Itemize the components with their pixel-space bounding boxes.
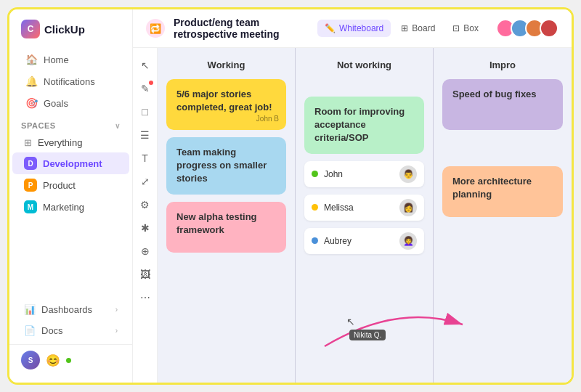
expand-icon: ›: [115, 306, 118, 314]
tab-board[interactable]: ⊞ Board: [394, 20, 442, 37]
collaborators: [500, 19, 558, 38]
box-icon: ⊡: [452, 23, 460, 33]
sticky-tool[interactable]: ☰: [135, 125, 155, 145]
nav-home[interactable]: 🏠 Home: [14, 49, 128, 70]
main-content: 🔁 Product/eng team retrospective meeting…: [133, 9, 572, 383]
meeting-icon: 🔁: [146, 19, 165, 38]
whiteboard-icon: ✏️: [325, 23, 336, 33]
user-avatar: S: [21, 351, 40, 369]
board-toolbar: ↖ ✎ □ ☰ T ⤢ ⚙ ✱ ⊕ 🖼 ⋯: [133, 48, 158, 383]
docs-item[interactable]: 📄 Docs ›: [12, 320, 129, 341]
image-tool[interactable]: 🖼: [135, 264, 155, 285]
marketing-dot: M: [24, 200, 37, 213]
space-product[interactable]: P Product: [12, 174, 129, 196]
user-status-dot: [66, 358, 71, 363]
space-development-label: Development: [43, 158, 102, 169]
space-marketing[interactable]: M Marketing: [12, 196, 129, 218]
user-face-icon: 😊: [46, 354, 60, 367]
docs-icon: 📄: [24, 325, 36, 336]
board-area: ↖ ✎ □ ☰ T ⤢ ⚙ ✱ ⊕ 🖼 ⋯ Working 5/6 major …: [133, 48, 572, 383]
board-icon: ⊞: [401, 23, 408, 33]
col-working-header: Working: [166, 55, 286, 72]
nav-notifications[interactable]: 🔔 Notifications: [14, 70, 128, 92]
aubrey-name: Aubrey: [324, 236, 352, 246]
meeting-title: Product/eng team retrospective meeting: [174, 17, 309, 40]
grid-icon: ⊞: [24, 137, 32, 148]
sidebar: C ClickUp 🏠 Home 🔔 Notifications 🎯 Goals…: [9, 9, 133, 383]
cursor-nikita: Nikita Q.: [349, 330, 386, 340]
aubrey-dot: [312, 237, 318, 244]
space-development[interactable]: D Development: [12, 152, 129, 174]
note-working-2[interactable]: Team making progress on smaller stories: [166, 137, 286, 195]
bell-icon: 🔔: [25, 75, 38, 87]
settings-tool[interactable]: ⚙: [135, 195, 155, 215]
note-working-3[interactable]: New alpha testing framework: [166, 202, 286, 253]
col-impro-header: Impro: [442, 55, 563, 72]
text-tool[interactable]: T: [135, 148, 155, 168]
person-aubrey[interactable]: Aubrey 👩‍🦱: [304, 228, 424, 254]
person-melissa[interactable]: Melissa 👩: [304, 195, 424, 221]
nav-goals[interactable]: 🎯 Goals: [14, 92, 128, 114]
user-bar: S 😊: [9, 344, 132, 375]
john-face: 👨: [399, 166, 417, 183]
cursor-nikita-container: ↖ Nikita Q.: [346, 316, 383, 340]
space-product-label: Product: [43, 180, 76, 191]
space-everything-label: Everything: [38, 137, 82, 148]
collab-avatar-4: [540, 19, 558, 38]
logo: C ClickUp: [9, 20, 132, 49]
more-tools[interactable]: ⋯: [135, 287, 155, 308]
melissa-name: Melissa: [324, 203, 354, 213]
product-dot: P: [24, 179, 37, 192]
shape-tool[interactable]: □: [135, 102, 155, 122]
app-window: C ClickUp 🏠 Home 🔔 Notifications 🎯 Goals…: [7, 7, 574, 385]
person-john[interactable]: John 👨: [304, 161, 424, 187]
space-everything[interactable]: ⊞ Everything: [12, 133, 129, 152]
note-impro-1[interactable]: Speed of bug fixes: [442, 79, 563, 130]
column-impro: Impro Speed of bug fixes More architectu…: [434, 48, 572, 383]
tab-box[interactable]: ⊡ Box: [445, 20, 486, 37]
note-impro-2[interactable]: More architecture planning: [442, 166, 563, 217]
note-working-1[interactable]: 5/6 major stories completed, great job! …: [166, 79, 286, 130]
cursor-tool[interactable]: ↖: [135, 55, 155, 75]
nav-goals-label: Goals: [44, 98, 68, 109]
logo-icon: C: [21, 20, 40, 38]
spaces-section: Spaces ∨: [9, 114, 132, 133]
goals-icon: 🎯: [25, 97, 38, 109]
pen-tool[interactable]: ✎: [135, 78, 155, 99]
tab-whiteboard[interactable]: ✏️ Whiteboard: [317, 20, 391, 37]
columns-container: Working 5/6 major stories completed, gre…: [158, 48, 572, 383]
col-notworking-header: Not working: [304, 55, 424, 72]
john-dot: [312, 171, 318, 177]
home-icon: 🏠: [25, 54, 38, 65]
column-not-working: Not working Andrew K. Room for improving…: [296, 48, 434, 383]
column-working: Working 5/6 major stories completed, gre…: [158, 48, 296, 383]
chevron-icon: ∨: [115, 122, 121, 130]
header-tabs: ✏️ Whiteboard ⊞ Board ⊡ Box: [317, 20, 486, 37]
aubrey-face: 👩‍🦱: [399, 232, 417, 250]
dev-dot: D: [24, 157, 37, 170]
cursor-nikita-arrow: ↖: [346, 316, 383, 327]
dashboard-icon: 📊: [24, 304, 36, 315]
melissa-dot: [312, 204, 318, 211]
nav-home-label: Home: [44, 54, 69, 65]
magic-tool[interactable]: ✱: [135, 218, 155, 238]
nav-notifications-label: Notifications: [44, 76, 95, 87]
john-name: John: [324, 169, 343, 179]
space-marketing-label: Marketing: [43, 202, 84, 213]
dashboards-item[interactable]: 📊 Dashboards ›: [12, 299, 129, 320]
main-header: 🔁 Product/eng team retrospective meeting…: [133, 9, 572, 48]
note-notworking-1[interactable]: Room for improving acceptance criteria/S…: [304, 97, 424, 154]
logo-text: ClickUp: [44, 23, 85, 36]
expand-icon-2: ›: [115, 327, 118, 335]
resize-tool[interactable]: ⤢: [135, 171, 155, 192]
melissa-face: 👩: [399, 199, 417, 216]
globe-tool[interactable]: ⊕: [135, 241, 155, 261]
